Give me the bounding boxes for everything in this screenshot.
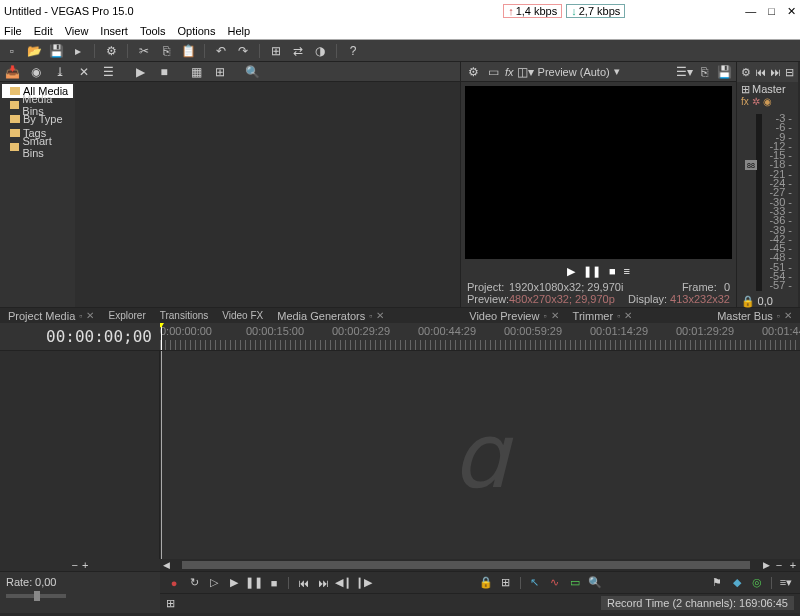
menu-edit[interactable]: Edit: [34, 25, 53, 37]
zoom-out-v-icon[interactable]: −: [72, 559, 78, 571]
master-route-icon[interactable]: ◉: [763, 96, 772, 110]
remove-icon[interactable]: ✕: [76, 64, 92, 80]
menu-file[interactable]: File: [4, 25, 22, 37]
normal-edit-icon[interactable]: ↖: [527, 575, 543, 591]
rate-slider[interactable]: [6, 594, 66, 598]
tab-video-preview[interactable]: Video Preview ▫ ✕: [463, 310, 564, 322]
preview-menu-icon[interactable]: ≡: [624, 265, 630, 277]
search-icon[interactable]: 🔍: [244, 64, 260, 80]
autosave-icon[interactable]: ◑: [312, 43, 328, 59]
copy-icon[interactable]: ⎘: [158, 43, 174, 59]
zoom-icon[interactable]: 🔍: [587, 575, 603, 591]
close-button[interactable]: ✕: [787, 5, 796, 18]
get-media-icon[interactable]: ⤓: [52, 64, 68, 80]
views-icon[interactable]: ▦: [188, 64, 204, 80]
timeline-ruler[interactable]: 0:00:00:0000:00:15:0000:00:29:2900:00:44…: [160, 323, 800, 350]
ripple-icon[interactable]: ⇄: [290, 43, 306, 59]
capture-icon[interactable]: ◉: [28, 64, 44, 80]
maximize-button[interactable]: □: [768, 5, 775, 18]
timeline-tracks[interactable]: ɑ: [160, 351, 800, 559]
save-snapshot-icon[interactable]: 💾: [716, 64, 732, 80]
preview-pause-icon[interactable]: ❚❚: [583, 265, 601, 278]
master-props-icon[interactable]: ⚙: [741, 66, 751, 79]
playhead-icon[interactable]: [161, 323, 162, 350]
menu-tools[interactable]: Tools: [140, 25, 166, 37]
pause-icon[interactable]: ❚❚: [246, 575, 262, 591]
fx-icon[interactable]: fx: [505, 66, 514, 78]
tab-video-fx[interactable]: Video FX: [216, 310, 269, 321]
rate-knob[interactable]: [34, 591, 40, 601]
preview-quality-dropdown[interactable]: Preview (Auto): [538, 66, 610, 78]
master-meter[interactable]: 88 -3 --6 --9 --12 --15 --18 --21 --24 -…: [737, 110, 798, 295]
cut-icon[interactable]: ✂: [136, 43, 152, 59]
tab-trimmer[interactable]: Trimmer ▫ ✕: [567, 310, 639, 322]
undo-icon[interactable]: ↶: [213, 43, 229, 59]
go-end2-icon[interactable]: ⏭: [315, 575, 331, 591]
envelope-icon[interactable]: ∿: [547, 575, 563, 591]
play-icon[interactable]: ▶: [226, 575, 242, 591]
stop-icon[interactable]: ■: [266, 575, 282, 591]
import-icon[interactable]: 📥: [4, 64, 20, 80]
master-fx-icon[interactable]: fx: [741, 96, 749, 110]
master-gear-icon[interactable]: ✲: [752, 96, 760, 110]
tab-media-generators[interactable]: Media Generators ▫ ✕: [271, 310, 390, 322]
snap2-icon[interactable]: ⊞: [498, 575, 514, 591]
split-icon[interactable]: ◫▾: [518, 64, 534, 80]
stop-media-icon[interactable]: ■: [156, 64, 172, 80]
tree-smart-bins[interactable]: Smart Bins: [2, 140, 73, 154]
play-start-icon[interactable]: ▷: [206, 575, 222, 591]
menu-help[interactable]: Help: [227, 25, 250, 37]
lock2-icon[interactable]: 🔒: [478, 575, 494, 591]
cd-icon[interactable]: ◎: [749, 575, 765, 591]
paste-icon[interactable]: 📋: [180, 43, 196, 59]
save-icon[interactable]: 💾: [48, 43, 64, 59]
go-start2-icon[interactable]: ⏮: [295, 575, 311, 591]
play-media-icon[interactable]: ▶: [132, 64, 148, 80]
snap-icon[interactable]: ⊞: [268, 43, 284, 59]
timecode-display[interactable]: 00:00:00;00: [0, 323, 160, 350]
prev-frame-icon[interactable]: ◀❙: [335, 575, 351, 591]
tab-project-media[interactable]: Project Media ▫ ✕: [2, 310, 100, 322]
preview-play-icon[interactable]: ▶: [567, 265, 575, 278]
render-icon[interactable]: ▸: [70, 43, 86, 59]
dim-icon[interactable]: ⊟: [785, 66, 794, 79]
tab-master-bus[interactable]: Master Bus ▫ ✕: [711, 310, 798, 322]
expand-icon[interactable]: ⊞: [741, 83, 750, 96]
zoom-in-h-icon[interactable]: +: [786, 559, 800, 571]
menu-insert[interactable]: Insert: [100, 25, 128, 37]
open-icon[interactable]: 📂: [26, 43, 42, 59]
help-icon[interactable]: ?: [345, 43, 361, 59]
overlays-icon[interactable]: ☰▾: [676, 64, 692, 80]
tab-explorer[interactable]: Explorer: [102, 310, 151, 321]
tree-by-type[interactable]: By Type: [2, 112, 73, 126]
properties2-icon[interactable]: ☰: [100, 64, 116, 80]
next-frame-icon[interactable]: ❙▶: [355, 575, 371, 591]
record-icon[interactable]: ●: [166, 575, 182, 591]
status-expand-icon[interactable]: ⊞: [166, 597, 175, 610]
tree-media-bins[interactable]: Media Bins: [2, 98, 73, 112]
zoom-out-h-icon[interactable]: −: [772, 559, 786, 571]
video-preview-display[interactable]: [465, 86, 732, 259]
region-icon[interactable]: ◆: [729, 575, 745, 591]
menu-options[interactable]: Options: [178, 25, 216, 37]
tab-transitions[interactable]: Transitions: [154, 310, 215, 321]
h-scrollbar[interactable]: ◀▶ − +: [160, 559, 800, 571]
new-icon[interactable]: ▫: [4, 43, 20, 59]
selection-icon[interactable]: ▭: [567, 575, 583, 591]
preview-stop-icon[interactable]: ■: [609, 265, 616, 277]
redo-icon[interactable]: ↷: [235, 43, 251, 59]
go-start-icon[interactable]: ⏮: [755, 66, 766, 78]
menu-view[interactable]: View: [65, 25, 89, 37]
marker-icon[interactable]: ⚑: [709, 575, 725, 591]
external-monitor-icon[interactable]: ▭: [485, 64, 501, 80]
master-fader[interactable]: 88: [745, 160, 757, 170]
properties-icon[interactable]: ⚙: [103, 43, 119, 59]
copy-snapshot-icon[interactable]: ⎘: [696, 64, 712, 80]
loop-icon[interactable]: ↻: [186, 575, 202, 591]
zoom-in-v-icon[interactable]: +: [82, 559, 88, 571]
preview-props-icon[interactable]: ⚙: [465, 64, 481, 80]
track-headers[interactable]: [0, 351, 160, 559]
minimize-button[interactable]: —: [745, 5, 756, 18]
media-content-area[interactable]: [75, 82, 460, 307]
go-end-icon[interactable]: ⏭: [770, 66, 781, 78]
